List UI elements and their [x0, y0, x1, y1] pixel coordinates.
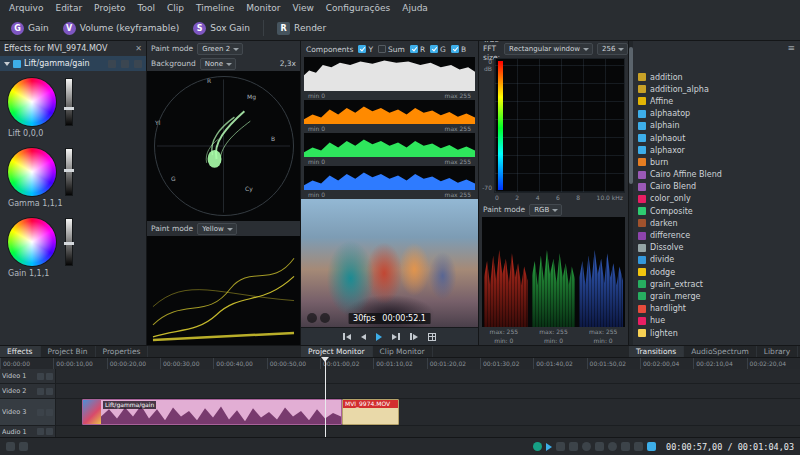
composition-item[interactable]: burn	[638, 156, 800, 168]
composition-item[interactable]: hue	[638, 315, 800, 327]
zoom-in-icon[interactable]	[608, 442, 617, 451]
menu-monitor[interactable]: Monitor	[240, 0, 286, 16]
close-icon[interactable]: ✕	[135, 45, 142, 53]
composition-item[interactable]: alphaxor	[638, 144, 800, 156]
delete-effect-icon[interactable]	[134, 60, 142, 68]
checkbox-b[interactable]	[451, 45, 459, 53]
timeline-ruler[interactable]: 00:00:00 00:00:10,00 00:00:20,00 00:00:3…	[0, 357, 800, 369]
parade-paint-mode-select[interactable]: RGB	[529, 204, 562, 216]
track-header-audio1[interactable]: Audio 1	[0, 426, 56, 437]
track-header-video3[interactable]: Video 3	[0, 399, 56, 425]
track-header-video1[interactable]: Video 1	[0, 369, 56, 383]
composition-item[interactable]: alphaout	[638, 132, 800, 144]
overlay-zoom-in-icon[interactable]	[320, 313, 330, 323]
gamma-slider-handle[interactable]	[64, 169, 74, 172]
paint-mode-select[interactable]: Green 2	[197, 43, 243, 55]
fit-zoom-icon[interactable]	[569, 442, 578, 451]
timeline-clip-effect[interactable]: Lift/gamma/gain	[82, 399, 342, 425]
lift-slider[interactable]	[65, 78, 73, 126]
menu-clip[interactable]: Clip	[161, 0, 190, 16]
checkbox-y[interactable]	[358, 45, 366, 53]
composition-item[interactable]: grain_merge	[638, 290, 800, 302]
record-icon[interactable]	[533, 442, 542, 451]
transitions-scrollbar[interactable]	[629, 41, 633, 345]
active-tool-icon[interactable]	[647, 442, 656, 451]
hide-icon[interactable]	[46, 388, 53, 395]
composition-item[interactable]: alphaatop	[638, 108, 800, 120]
go-end-icon[interactable]	[392, 333, 400, 340]
split-audio-icon[interactable]	[621, 442, 630, 451]
checkbox-g[interactable]	[430, 45, 438, 53]
play-icon[interactable]	[376, 333, 382, 341]
lift-slider-handle[interactable]	[64, 107, 74, 110]
timeline-clip-video[interactable]: MVI_9974.MOV	[342, 399, 399, 425]
menu-arquivo[interactable]: Arquivo	[3, 0, 49, 16]
composition-item[interactable]: addition_alpha	[638, 83, 800, 95]
timeline-audio-icon[interactable]	[6, 442, 15, 451]
effect-header[interactable]: Lift/gamma/gain	[0, 56, 146, 71]
composition-item[interactable]: difference	[638, 229, 800, 241]
render-button[interactable]: R Render	[271, 20, 332, 37]
timeline-options-icon[interactable]	[19, 442, 28, 451]
gamma-slider[interactable]	[65, 148, 73, 196]
menu-editar[interactable]: Editar	[49, 0, 88, 16]
volume-button-icon[interactable]	[410, 333, 418, 340]
checkbox-r[interactable]	[410, 45, 418, 53]
go-start-icon[interactable]	[343, 333, 351, 340]
checkbox-sum[interactable]	[378, 45, 386, 53]
lock-icon[interactable]	[37, 409, 44, 416]
sox-gain-button[interactable]: S Sox Gain	[187, 20, 256, 37]
gain-color-wheel[interactable]	[8, 218, 56, 266]
composition-item[interactable]: Composite	[638, 205, 800, 217]
menu-projeto[interactable]: Projeto	[88, 0, 131, 16]
menu-icon[interactable]	[121, 60, 129, 68]
snap-icon[interactable]	[556, 442, 565, 451]
composition-item[interactable]: color_only	[638, 193, 800, 205]
gain-slider[interactable]	[65, 218, 73, 266]
yellow-paint-mode-select[interactable]: Yellow	[197, 223, 237, 235]
lock-icon[interactable]	[37, 388, 44, 395]
effect-enabled-icon[interactable]	[13, 60, 21, 68]
composition-item[interactable]: Dissolve	[638, 242, 800, 254]
menu-timeline[interactable]: Timeline	[190, 0, 240, 16]
overlay-zoom-out-icon[interactable]	[307, 313, 317, 323]
statusbar-play-icon[interactable]	[546, 443, 552, 451]
composition-item[interactable]: Affine	[638, 95, 800, 107]
composition-item[interactable]: lighten	[638, 327, 800, 339]
fft-size-select[interactable]: 256	[597, 43, 628, 55]
track-lane-video2[interactable]	[56, 384, 800, 398]
composition-item[interactable]: dodge	[638, 266, 800, 278]
preset-icon[interactable]	[108, 60, 116, 68]
lock-icon[interactable]	[37, 373, 44, 380]
menu-ajuda[interactable]: Ajuda	[396, 0, 434, 16]
track-lane-audio1[interactable]	[56, 426, 800, 437]
hamburger-menu-icon[interactable]: ≡	[787, 44, 795, 53]
collapse-icon[interactable]	[4, 62, 10, 66]
hide-icon[interactable]	[46, 373, 53, 380]
lift-color-wheel[interactable]	[8, 78, 56, 126]
track-header-video2[interactable]: Video 2	[0, 384, 56, 398]
gain-slider-handle[interactable]	[64, 242, 74, 245]
composition-item[interactable]: divide	[638, 254, 800, 266]
fft-window-select[interactable]: Rectangular window	[504, 43, 593, 55]
composition-item[interactable]: Cairo Blend	[638, 181, 800, 193]
hide-icon[interactable]	[46, 409, 53, 416]
track-lane-video1[interactable]	[56, 369, 800, 383]
gamma-color-wheel[interactable]	[8, 148, 56, 196]
track-lane-video3[interactable]: Lift/gamma/gain MVI_9974.MOV	[56, 399, 800, 425]
composition-item[interactable]: hardlight	[638, 303, 800, 315]
composition-item[interactable]: Cairo Affine Blend	[638, 169, 800, 181]
menu-view[interactable]: View	[286, 0, 319, 16]
monitor-grid-icon[interactable]	[428, 333, 436, 341]
gain-button[interactable]: G Gain	[5, 20, 55, 37]
play-backward-icon[interactable]	[361, 334, 366, 340]
composition-item[interactable]: addition	[638, 71, 800, 83]
composition-item[interactable]: alphain	[638, 120, 800, 132]
composition-item[interactable]: grain_extract	[638, 278, 800, 290]
menu-tool[interactable]: Tool	[131, 0, 160, 16]
mix-icon[interactable]	[634, 442, 643, 451]
playhead[interactable]	[325, 357, 326, 437]
composition-item[interactable]: darken	[638, 217, 800, 229]
zoom-slider-icon[interactable]	[595, 442, 604, 451]
volume-keyframable-button[interactable]: V Volume (keyframable)	[57, 20, 186, 37]
